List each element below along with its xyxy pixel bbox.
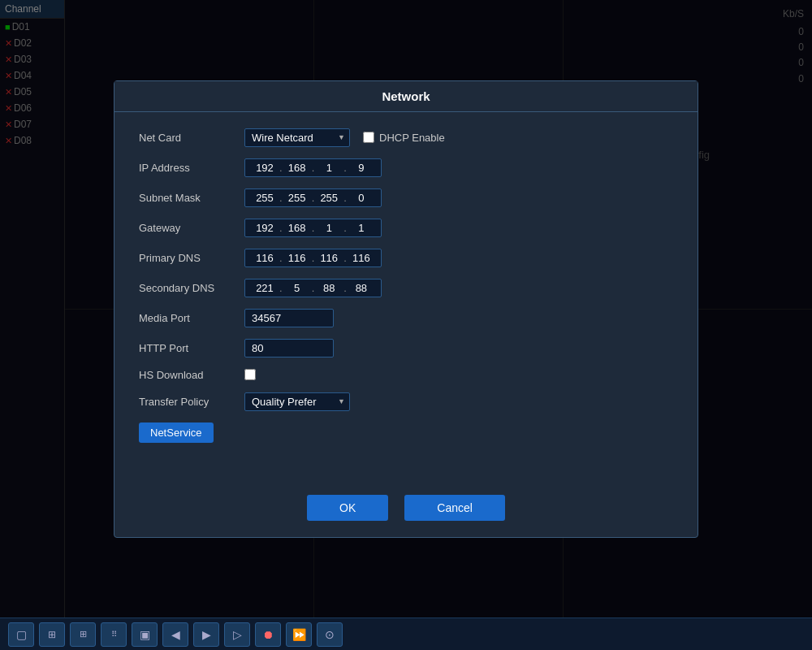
- play-icon: ▷: [233, 628, 242, 641]
- hs-download-row: HS Download: [139, 369, 673, 381]
- http-port-label: HTTP Port: [139, 342, 244, 354]
- custom-view-button[interactable]: ▣: [132, 622, 158, 647]
- ip-address-label: IP Address: [139, 162, 244, 174]
- secondary-dns-group: . . .: [244, 279, 382, 297]
- subnet-mask-label: Subnet Mask: [139, 192, 244, 204]
- media-port-label: Media Port: [139, 312, 244, 324]
- netservice-button[interactable]: NetService: [139, 422, 214, 443]
- ip-address-row: IP Address . . .: [139, 158, 673, 177]
- fast-forward-button[interactable]: ⏩: [286, 622, 312, 647]
- primary-dns-octet-1[interactable]: [252, 252, 278, 264]
- capture-button[interactable]: ⊙: [317, 622, 343, 647]
- quad-view-button[interactable]: ⊞: [39, 622, 65, 647]
- next-icon: ▶: [202, 628, 211, 641]
- primary-dns-row: Primary DNS . . .: [139, 249, 673, 267]
- single-view-icon: ▢: [16, 628, 27, 641]
- dhcp-checkbox[interactable]: [363, 132, 374, 143]
- secondary-dns-row: Secondary DNS . . .: [139, 279, 673, 297]
- ip-octet-4[interactable]: [348, 162, 374, 174]
- secondary-dns-octet-3[interactable]: [316, 282, 342, 294]
- cancel-button[interactable]: Cancel: [404, 495, 505, 521]
- http-port-row: HTTP Port: [139, 339, 673, 358]
- primary-dns-label: Primary DNS: [139, 252, 244, 264]
- transfer-policy-label: Transfer Policy: [139, 396, 244, 408]
- secondary-dns-octet-1[interactable]: [252, 282, 278, 294]
- dialog-title: Network: [114, 81, 698, 112]
- dhcp-group: DHCP Enable: [363, 132, 445, 144]
- bottom-toolbar: ▢ ⊞ ⊞ ⠿ ▣ ◀ ▶ ▷ ⏺ ⏩ ⊙: [0, 618, 812, 650]
- net-card-select-wrapper[interactable]: Wire Netcard Wireless: [244, 128, 350, 147]
- ip-octet-1[interactable]: [252, 162, 278, 174]
- http-port-input[interactable]: [244, 339, 334, 358]
- record-button[interactable]: ⏺: [255, 622, 281, 647]
- next-button[interactable]: ▶: [193, 622, 219, 647]
- sixteen-view-button[interactable]: ⠿: [101, 622, 127, 647]
- ok-button[interactable]: OK: [307, 495, 388, 521]
- hs-download-label: HS Download: [139, 369, 244, 381]
- subnet-octet-4[interactable]: [348, 192, 374, 204]
- ip-octet-2[interactable]: [284, 162, 310, 174]
- subnet-octet-3[interactable]: [316, 192, 342, 204]
- subnet-mask-group: . . .: [244, 188, 382, 207]
- transfer-policy-row: Transfer Policy Quality Prefer Fluency P…: [139, 392, 673, 411]
- modal-overlay: Network Net Card Wire Netcard Wireless D…: [0, 0, 812, 618]
- netservice-row: NetService: [139, 422, 673, 443]
- ip-octet-3[interactable]: [316, 162, 342, 174]
- prev-icon: ◀: [171, 628, 180, 641]
- fast-forward-icon: ⏩: [292, 628, 306, 641]
- media-port-row: Media Port: [139, 309, 673, 327]
- transfer-policy-select-wrapper[interactable]: Quality Prefer Fluency Prefer Self Adapt…: [244, 392, 350, 411]
- net-card-label: Net Card: [139, 132, 244, 144]
- ip-address-group: . . .: [244, 158, 382, 177]
- transfer-policy-select[interactable]: Quality Prefer Fluency Prefer Self Adapt…: [244, 392, 350, 411]
- net-card-row: Net Card Wire Netcard Wireless DHCP Enab…: [139, 128, 673, 147]
- gateway-label: Gateway: [139, 222, 244, 234]
- single-view-button[interactable]: ▢: [8, 622, 34, 647]
- custom-view-icon: ▣: [140, 628, 150, 641]
- play-button[interactable]: ▷: [224, 622, 250, 647]
- primary-dns-octet-4[interactable]: [348, 252, 374, 264]
- secondary-dns-octet-2[interactable]: [284, 282, 310, 294]
- gateway-octet-4[interactable]: [348, 222, 374, 234]
- capture-icon: ⊙: [325, 628, 335, 641]
- nine-view-icon: ⊞: [80, 629, 87, 639]
- gateway-group: . . .: [244, 219, 382, 237]
- quad-view-icon: ⊞: [48, 629, 56, 640]
- subnet-octet-2[interactable]: [284, 192, 310, 204]
- media-port-input[interactable]: [244, 309, 334, 327]
- sixteen-view-icon: ⠿: [111, 630, 117, 639]
- gateway-octet-2[interactable]: [284, 222, 310, 234]
- prev-button[interactable]: ◀: [162, 622, 188, 647]
- gateway-octet-3[interactable]: [316, 222, 342, 234]
- hs-download-checkbox[interactable]: [244, 369, 256, 380]
- record-icon: ⏺: [262, 628, 274, 641]
- subnet-mask-row: Subnet Mask . . .: [139, 188, 673, 207]
- network-dialog: Network Net Card Wire Netcard Wireless D…: [114, 80, 698, 538]
- net-card-select[interactable]: Wire Netcard Wireless: [244, 128, 350, 147]
- primary-dns-octet-3[interactable]: [316, 252, 342, 264]
- gateway-octet-1[interactable]: [252, 222, 278, 234]
- nine-view-button[interactable]: ⊞: [70, 622, 96, 647]
- secondary-dns-label: Secondary DNS: [139, 282, 244, 294]
- secondary-dns-octet-4[interactable]: [348, 282, 374, 294]
- dhcp-label: DHCP Enable: [379, 132, 445, 144]
- gateway-row: Gateway . . .: [139, 219, 673, 237]
- subnet-octet-1[interactable]: [252, 192, 278, 204]
- dialog-body: Net Card Wire Netcard Wireless DHCP Enab…: [114, 112, 698, 470]
- dialog-footer: OK Cancel: [114, 470, 698, 537]
- primary-dns-group: . . .: [244, 249, 382, 267]
- primary-dns-octet-2[interactable]: [284, 252, 310, 264]
